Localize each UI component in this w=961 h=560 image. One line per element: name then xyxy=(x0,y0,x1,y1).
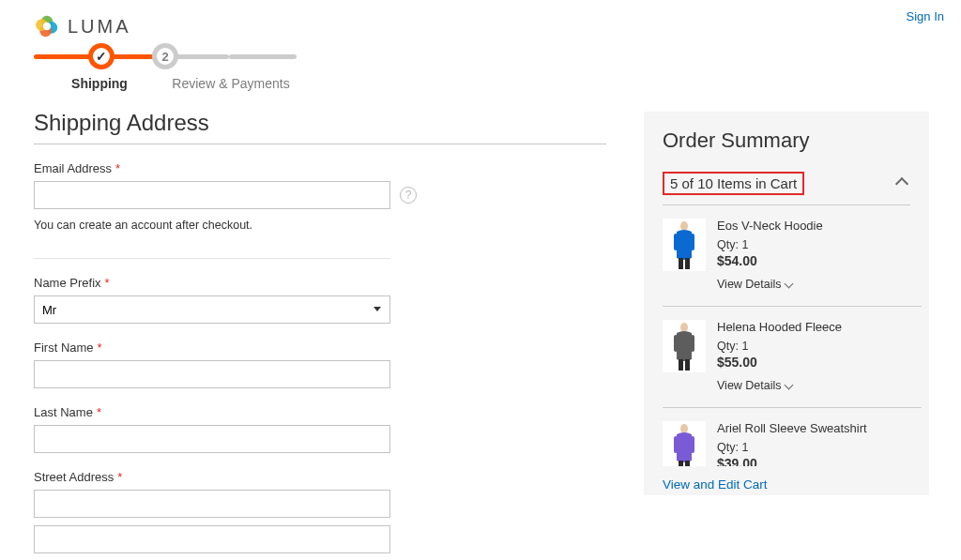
svg-rect-11 xyxy=(674,335,678,352)
product-qty: Qty: 1 xyxy=(717,340,922,353)
product-price: $54.00 xyxy=(717,253,922,268)
product-thumb xyxy=(663,421,706,466)
step-label-review: Review & Payments xyxy=(165,76,297,91)
product-name: Eos V-Neck Hoodie xyxy=(717,219,922,233)
order-summary: Order Summary 5 of 10 Items in Cart Eos … xyxy=(644,112,929,495)
product-qty: Qty: 1 xyxy=(717,441,922,454)
svg-rect-17 xyxy=(691,436,694,453)
page-title: Shipping Address xyxy=(34,110,606,144)
svg-rect-13 xyxy=(679,359,683,371)
cart-item: Eos V-Neck Hoodie Qty: 1 $54.00 View Det… xyxy=(663,205,922,306)
svg-point-5 xyxy=(680,221,688,231)
street-input-1[interactable] xyxy=(34,490,390,518)
view-details-toggle[interactable]: View Details xyxy=(717,379,922,392)
product-price: $55.00 xyxy=(717,355,922,370)
last-name-label: Last Name* xyxy=(34,405,606,419)
product-price: $39.00 xyxy=(717,456,922,466)
street-input-2[interactable] xyxy=(34,525,390,553)
svg-point-4 xyxy=(43,23,51,30)
sign-in-link[interactable]: Sign In xyxy=(907,9,944,23)
step-2-node xyxy=(152,43,178,69)
divider xyxy=(34,258,390,259)
street-label: Street Address* xyxy=(34,470,606,484)
chevron-down-icon xyxy=(784,279,793,288)
product-thumb xyxy=(663,219,706,271)
svg-rect-18 xyxy=(679,461,683,466)
svg-rect-12 xyxy=(691,335,694,352)
prefix-label: Name Prefix* xyxy=(34,276,606,290)
product-name: Ariel Roll Sleeve Sweatshirt xyxy=(717,421,922,435)
svg-rect-9 xyxy=(685,258,690,269)
cart-item: Helena Hooded Fleece Qty: 1 $55.00 View … xyxy=(663,306,922,407)
svg-rect-14 xyxy=(685,359,690,371)
product-thumb xyxy=(663,320,706,372)
first-name-label: First Name* xyxy=(34,341,606,355)
help-icon[interactable]: ? xyxy=(400,187,417,204)
email-label: Email Address* xyxy=(34,161,606,175)
checkout-progress xyxy=(0,54,961,59)
prefix-select[interactable]: Mr xyxy=(34,295,390,324)
step-1-node xyxy=(88,43,114,69)
chevron-up-icon xyxy=(895,176,908,189)
logo-icon xyxy=(34,13,60,39)
cart-item: Ariel Roll Sleeve Sweatshirt Qty: 1 $39.… xyxy=(663,407,922,466)
svg-rect-6 xyxy=(674,234,678,250)
cart-items-toggle[interactable]: 5 of 10 Items in Cart xyxy=(644,162,929,204)
step-label-shipping: Shipping xyxy=(34,76,165,91)
svg-rect-16 xyxy=(674,436,678,453)
view-edit-cart-link[interactable]: View and Edit Cart xyxy=(663,477,768,492)
first-name-input[interactable] xyxy=(34,360,390,388)
svg-rect-7 xyxy=(691,234,694,250)
order-summary-title: Order Summary xyxy=(644,129,929,162)
chevron-down-icon xyxy=(784,380,793,389)
product-qty: Qty: 1 xyxy=(717,238,922,251)
cart-items-list[interactable]: Eos V-Neck Hoodie Qty: 1 $54.00 View Det… xyxy=(644,205,925,466)
product-name: Helena Hooded Fleece xyxy=(717,320,922,334)
last-name-input[interactable] xyxy=(34,425,390,453)
brand-name: LUMA xyxy=(68,16,131,38)
svg-rect-19 xyxy=(685,461,690,466)
svg-rect-8 xyxy=(679,258,683,269)
view-details-toggle[interactable]: View Details xyxy=(717,278,922,291)
email-hint: You can create an account after checkout… xyxy=(34,219,606,232)
cart-count-badge: 5 of 10 Items in Cart xyxy=(663,172,804,195)
svg-point-10 xyxy=(680,323,688,332)
email-input[interactable] xyxy=(34,181,390,209)
svg-point-15 xyxy=(680,424,688,433)
